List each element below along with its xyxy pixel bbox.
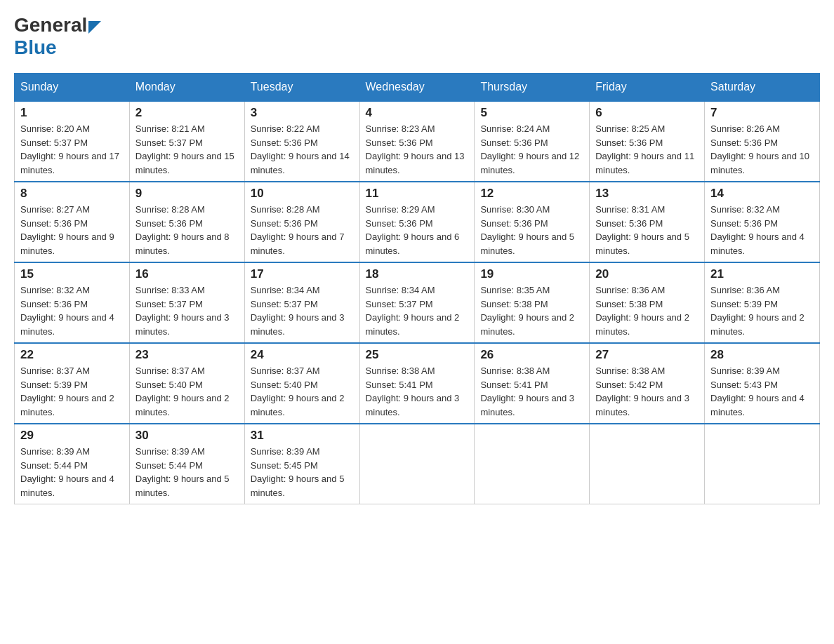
col-header-wednesday: Wednesday — [359, 74, 475, 102]
calendar-cell: 5 Sunrise: 8:24 AM Sunset: 5:36 PM Dayli… — [475, 101, 590, 182]
calendar-cell: 21 Sunrise: 8:36 AM Sunset: 5:39 PM Dayl… — [705, 262, 820, 343]
calendar-cell: 3 Sunrise: 8:22 AM Sunset: 5:36 PM Dayli… — [244, 101, 359, 182]
day-info: Sunrise: 8:39 AM Sunset: 5:44 PM Dayligh… — [135, 445, 239, 499]
day-info: Sunrise: 8:38 AM Sunset: 5:42 PM Dayligh… — [595, 364, 699, 419]
day-number: 5 — [480, 106, 583, 120]
day-info: Sunrise: 8:35 AM Sunset: 5:38 PM Dayligh… — [480, 283, 583, 338]
calendar-cell: 25 Sunrise: 8:38 AM Sunset: 5:41 PM Dayl… — [359, 343, 475, 424]
day-info: Sunrise: 8:28 AM Sunset: 5:36 PM Dayligh… — [251, 203, 354, 257]
day-info: Sunrise: 8:23 AM Sunset: 5:36 PM Dayligh… — [366, 122, 469, 177]
header-row: SundayMondayTuesdayWednesdayThursdayFrid… — [15, 74, 820, 102]
day-info: Sunrise: 8:39 AM Sunset: 5:44 PM Dayligh… — [20, 445, 124, 499]
calendar-cell: 15 Sunrise: 8:32 AM Sunset: 5:36 PM Dayl… — [15, 262, 130, 343]
calendar-cell: 28 Sunrise: 8:39 AM Sunset: 5:43 PM Dayl… — [705, 343, 820, 424]
calendar-cell: 11 Sunrise: 8:29 AM Sunset: 5:36 PM Dayl… — [359, 182, 475, 262]
calendar-cell: 17 Sunrise: 8:34 AM Sunset: 5:37 PM Dayl… — [244, 262, 359, 343]
day-number: 30 — [135, 429, 239, 443]
calendar-cell: 8 Sunrise: 8:27 AM Sunset: 5:36 PM Dayli… — [15, 182, 130, 262]
day-number: 18 — [366, 267, 469, 281]
col-header-saturday: Saturday — [705, 74, 820, 102]
page-header: General Blue — [14, 14, 820, 59]
calendar-cell: 31 Sunrise: 8:39 AM Sunset: 5:45 PM Dayl… — [244, 424, 359, 504]
day-number: 2 — [135, 106, 239, 120]
day-number: 16 — [135, 267, 239, 281]
col-header-friday: Friday — [590, 74, 705, 102]
calendar-cell: 9 Sunrise: 8:28 AM Sunset: 5:36 PM Dayli… — [129, 182, 244, 262]
calendar-cell: 6 Sunrise: 8:25 AM Sunset: 5:36 PM Dayli… — [590, 101, 705, 182]
calendar-cell: 18 Sunrise: 8:34 AM Sunset: 5:37 PM Dayl… — [359, 262, 475, 343]
week-row-4: 22 Sunrise: 8:37 AM Sunset: 5:39 PM Dayl… — [15, 343, 820, 424]
calendar-cell: 23 Sunrise: 8:37 AM Sunset: 5:40 PM Dayl… — [129, 343, 244, 424]
calendar-cell: 22 Sunrise: 8:37 AM Sunset: 5:39 PM Dayl… — [15, 343, 130, 424]
day-number: 17 — [251, 267, 354, 281]
calendar-cell: 19 Sunrise: 8:35 AM Sunset: 5:38 PM Dayl… — [475, 262, 590, 343]
day-info: Sunrise: 8:20 AM Sunset: 5:37 PM Dayligh… — [20, 122, 124, 177]
day-number: 20 — [595, 267, 699, 281]
col-header-thursday: Thursday — [475, 74, 590, 102]
day-info: Sunrise: 8:32 AM Sunset: 5:36 PM Dayligh… — [710, 203, 814, 257]
day-number: 6 — [595, 106, 699, 120]
day-info: Sunrise: 8:37 AM Sunset: 5:40 PM Dayligh… — [251, 364, 354, 419]
day-number: 11 — [366, 187, 469, 201]
week-row-2: 8 Sunrise: 8:27 AM Sunset: 5:36 PM Dayli… — [15, 182, 820, 262]
svg-marker-0 — [88, 21, 101, 34]
logo: General Blue — [14, 14, 101, 59]
day-number: 9 — [135, 187, 239, 201]
day-number: 8 — [20, 187, 124, 201]
calendar-cell: 14 Sunrise: 8:32 AM Sunset: 5:36 PM Dayl… — [705, 182, 820, 262]
day-number: 23 — [135, 348, 239, 362]
day-number: 10 — [251, 187, 354, 201]
calendar-cell: 16 Sunrise: 8:33 AM Sunset: 5:37 PM Dayl… — [129, 262, 244, 343]
calendar-cell: 20 Sunrise: 8:36 AM Sunset: 5:38 PM Dayl… — [590, 262, 705, 343]
calendar-cell: 30 Sunrise: 8:39 AM Sunset: 5:44 PM Dayl… — [129, 424, 244, 504]
calendar-cell: 13 Sunrise: 8:31 AM Sunset: 5:36 PM Dayl… — [590, 182, 705, 262]
day-number: 7 — [710, 106, 814, 120]
day-info: Sunrise: 8:39 AM Sunset: 5:43 PM Dayligh… — [710, 364, 814, 419]
day-info: Sunrise: 8:29 AM Sunset: 5:36 PM Dayligh… — [366, 203, 469, 257]
col-header-monday: Monday — [129, 74, 244, 102]
day-number: 4 — [366, 106, 469, 120]
day-info: Sunrise: 8:34 AM Sunset: 5:37 PM Dayligh… — [251, 283, 354, 338]
day-number: 31 — [251, 429, 354, 443]
day-number: 27 — [595, 348, 699, 362]
day-number: 25 — [366, 348, 469, 362]
day-number: 21 — [710, 267, 814, 281]
logo-general: General — [14, 14, 87, 36]
calendar-cell — [475, 424, 590, 504]
day-number: 14 — [710, 187, 814, 201]
day-info: Sunrise: 8:36 AM Sunset: 5:38 PM Dayligh… — [595, 283, 699, 338]
day-info: Sunrise: 8:34 AM Sunset: 5:37 PM Dayligh… — [366, 283, 469, 338]
calendar-cell: 12 Sunrise: 8:30 AM Sunset: 5:36 PM Dayl… — [475, 182, 590, 262]
day-info: Sunrise: 8:30 AM Sunset: 5:36 PM Dayligh… — [480, 203, 583, 257]
week-row-1: 1 Sunrise: 8:20 AM Sunset: 5:37 PM Dayli… — [15, 101, 820, 182]
day-number: 24 — [251, 348, 354, 362]
day-number: 15 — [20, 267, 124, 281]
day-info: Sunrise: 8:21 AM Sunset: 5:37 PM Dayligh… — [135, 122, 239, 177]
day-info: Sunrise: 8:32 AM Sunset: 5:36 PM Dayligh… — [20, 283, 124, 338]
logo-blue: Blue — [14, 36, 57, 58]
col-header-sunday: Sunday — [15, 74, 130, 102]
day-info: Sunrise: 8:26 AM Sunset: 5:36 PM Dayligh… — [710, 122, 814, 177]
calendar-cell: 2 Sunrise: 8:21 AM Sunset: 5:37 PM Dayli… — [129, 101, 244, 182]
day-number: 22 — [20, 348, 124, 362]
week-row-5: 29 Sunrise: 8:39 AM Sunset: 5:44 PM Dayl… — [15, 424, 820, 504]
calendar-cell: 29 Sunrise: 8:39 AM Sunset: 5:44 PM Dayl… — [15, 424, 130, 504]
day-number: 13 — [595, 187, 699, 201]
day-info: Sunrise: 8:33 AM Sunset: 5:37 PM Dayligh… — [135, 283, 239, 338]
day-info: Sunrise: 8:39 AM Sunset: 5:45 PM Dayligh… — [251, 445, 354, 499]
day-info: Sunrise: 8:37 AM Sunset: 5:39 PM Dayligh… — [20, 364, 124, 419]
calendar-cell: 26 Sunrise: 8:38 AM Sunset: 5:41 PM Dayl… — [475, 343, 590, 424]
calendar-cell — [359, 424, 475, 504]
day-info: Sunrise: 8:36 AM Sunset: 5:39 PM Dayligh… — [710, 283, 814, 338]
day-info: Sunrise: 8:28 AM Sunset: 5:36 PM Dayligh… — [135, 203, 239, 257]
day-number: 29 — [20, 429, 124, 443]
day-number: 19 — [480, 267, 583, 281]
day-info: Sunrise: 8:38 AM Sunset: 5:41 PM Dayligh… — [366, 364, 469, 419]
calendar-cell — [705, 424, 820, 504]
day-number: 3 — [251, 106, 354, 120]
logo-arrow-icon — [88, 21, 101, 34]
day-number: 26 — [480, 348, 583, 362]
day-number: 12 — [480, 187, 583, 201]
calendar-cell: 1 Sunrise: 8:20 AM Sunset: 5:37 PM Dayli… — [15, 101, 130, 182]
calendar-table: SundayMondayTuesdayWednesdayThursdayFrid… — [14, 73, 820, 504]
